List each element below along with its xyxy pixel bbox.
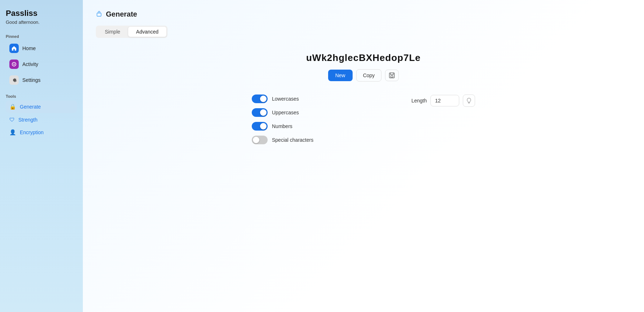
toggle-uppercases-thumb (260, 109, 267, 116)
length-label: Length (411, 98, 427, 104)
strength-icon: 🛡 (9, 117, 15, 123)
page-title: Generate (106, 10, 137, 18)
generated-password: uWk2hglecBXHedop7Le (306, 52, 421, 63)
toggle-numbers: Numbers (252, 122, 313, 131)
toggle-uppercases: Uppercases (252, 108, 313, 117)
app-title: Passliss (6, 9, 77, 18)
app-greeting: Good afternoon. (6, 19, 77, 25)
sidebar-item-home[interactable]: Home (6, 41, 77, 56)
svg-point-1 (13, 63, 15, 65)
svg-rect-2 (97, 13, 101, 16)
options-row: Lowercases Uppercases Numbers (237, 95, 489, 144)
sidebar-item-encryption-label: Encryption (20, 129, 44, 135)
page-header: Generate (96, 10, 631, 18)
toggle-special-thumb (253, 137, 259, 143)
lightbulb-icon (466, 98, 472, 104)
save-icon (389, 72, 395, 78)
sidebar-item-settings-label: Settings (22, 77, 41, 83)
tab-advanced[interactable]: Advanced (128, 27, 166, 37)
length-column: Length (411, 95, 475, 107)
settings-icon (9, 75, 19, 85)
svg-rect-4 (391, 76, 393, 78)
sidebar-item-strength-label: Strength (18, 117, 37, 123)
tab-simple[interactable]: Simple (97, 27, 128, 37)
toggle-uppercases-switch[interactable] (252, 108, 268, 117)
sidebar-item-activity-label: Activity (22, 61, 38, 67)
toggles-column: Lowercases Uppercases Numbers (252, 95, 313, 144)
toggle-numbers-label: Numbers (272, 123, 292, 129)
password-actions: New Copy (328, 69, 399, 82)
tabs-container: Simple Advanced (96, 26, 167, 38)
sidebar-item-home-label: Home (22, 45, 36, 51)
activity-icon (9, 60, 19, 69)
page-lock-icon (96, 10, 102, 18)
password-display-area: uWk2hglecBXHedop7Le New Copy (96, 52, 631, 82)
toggle-lowercases-switch[interactable] (252, 95, 268, 103)
toggle-lowercases-label: Lowercases (272, 96, 299, 102)
encryption-icon: 👤 (9, 129, 16, 136)
sidebar-item-generate-label: Generate (20, 104, 41, 110)
svg-rect-3 (389, 73, 394, 78)
sidebar: Passliss Good afternoon. Pinned Home Act… (0, 0, 83, 312)
toggle-numbers-switch[interactable] (252, 122, 268, 131)
toggle-special-label: Special characters (272, 137, 313, 143)
length-input[interactable] (430, 95, 459, 106)
main-content: Generate Simple Advanced uWk2hglecBXHedo… (83, 0, 644, 312)
toggle-numbers-thumb (260, 123, 267, 129)
sidebar-item-settings[interactable]: Settings (6, 72, 77, 88)
sidebar-item-generate[interactable]: 🔒 Generate (6, 101, 77, 113)
sidebar-item-encryption[interactable]: 👤 Encryption (6, 126, 77, 139)
toggle-lowercases-thumb (260, 96, 267, 102)
copy-button[interactable]: Copy (356, 69, 382, 82)
toggle-special-chars: Special characters (252, 136, 313, 144)
toggle-uppercases-label: Uppercases (272, 110, 299, 115)
pinned-label: Pinned (6, 34, 77, 39)
toggle-lowercases: Lowercases (252, 95, 313, 103)
home-icon (9, 44, 19, 53)
sidebar-item-activity[interactable]: Activity (6, 57, 77, 72)
lightbulb-button[interactable] (463, 95, 475, 107)
tools-label: Tools (6, 94, 77, 98)
new-button[interactable]: New (328, 70, 353, 81)
save-icon-button[interactable] (385, 70, 399, 81)
generate-icon: 🔒 (9, 104, 16, 110)
sidebar-item-strength[interactable]: 🛡 Strength (6, 114, 77, 126)
toggle-special-switch[interactable] (252, 136, 268, 144)
